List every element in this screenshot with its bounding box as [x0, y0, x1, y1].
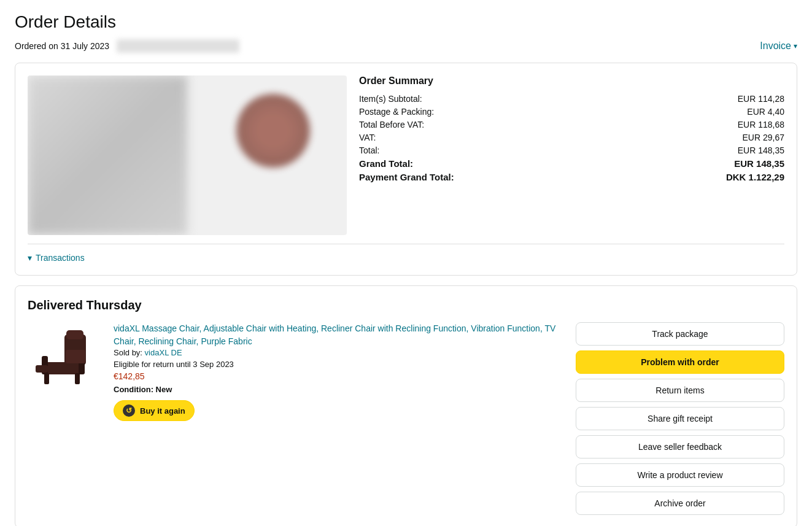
- summary-row: Total Before VAT:EUR 118,68: [359, 120, 784, 130]
- svg-rect-4: [36, 365, 48, 373]
- summary-row: Item(s) Subtotal:EUR 114,28: [359, 94, 784, 104]
- order-meta-left: Ordered on 31 July 2023: [15, 39, 239, 53]
- archive-order-button[interactable]: Archive order: [576, 492, 784, 515]
- buy-again-icon: ↺: [123, 404, 135, 417]
- chevron-down-icon: ▾: [28, 253, 32, 263]
- order-summary-title: Order Summary: [359, 75, 784, 87]
- summary-value: EUR 148,35: [734, 158, 784, 169]
- summary-row: Total:EUR 148,35: [359, 145, 784, 155]
- summary-label: Total Before VAT:: [359, 120, 424, 130]
- share-gift-receipt-button[interactable]: Share gift receipt: [576, 407, 784, 430]
- product-price: €142,85: [114, 371, 563, 381]
- order-summary-content: Order Summary Item(s) Subtotal:EUR 114,2…: [28, 75, 784, 235]
- blurred-product-image-left: [28, 75, 187, 235]
- seller-link[interactable]: vidaXL DE: [145, 348, 182, 357]
- write-product-review-button[interactable]: Write a product review: [576, 463, 784, 487]
- summary-row: VAT:EUR 29,67: [359, 133, 784, 142]
- svg-rect-8: [66, 350, 85, 363]
- summary-value: EUR 148,35: [738, 145, 784, 155]
- product-info: vidaXL Massage Chair, Adjustable Chair w…: [114, 322, 563, 515]
- summary-label: Postage & Packing:: [359, 107, 434, 117]
- summary-value: EUR 114,28: [738, 94, 784, 104]
- summary-rows: Item(s) Subtotal:EUR 114,28Postage & Pac…: [359, 94, 784, 182]
- summary-label: Payment Grand Total:: [359, 172, 454, 182]
- invoice-link[interactable]: Invoice: [760, 41, 797, 52]
- product-condition: Condition: New: [114, 385, 563, 394]
- summary-value: DKK 1.122,29: [726, 172, 784, 182]
- chair-svg: [31, 325, 98, 393]
- summary-label: Grand Total:: [359, 158, 413, 169]
- sold-by: Sold by: vidaXL DE: [114, 348, 563, 357]
- order-id-blurred: [117, 39, 239, 53]
- svg-rect-5: [44, 373, 49, 384]
- svg-rect-6: [75, 373, 80, 384]
- summary-value: EUR 29,67: [743, 133, 784, 142]
- product-title-link[interactable]: vidaXL Massage Chair, Adjustable Chair w…: [114, 323, 555, 346]
- buy-again-button[interactable]: ↺ Buy it again: [114, 400, 195, 421]
- leave-seller-feedback-button[interactable]: Leave seller feedback: [576, 435, 784, 458]
- order-images: [28, 75, 347, 235]
- product-image: [28, 322, 101, 396]
- order-meta-bar: Ordered on 31 July 2023 Invoice: [15, 39, 797, 53]
- blurred-product-image-right: [236, 94, 310, 168]
- ordered-on-text: Ordered on 31 July 2023: [15, 41, 109, 51]
- product-image-container: [28, 322, 101, 515]
- summary-row: Payment Grand Total:DKK 1.122,29: [359, 172, 784, 182]
- buy-again-label: Buy it again: [140, 406, 185, 416]
- transactions-section: ▾ Transactions: [28, 244, 784, 263]
- summary-label: Item(s) Subtotal:: [359, 94, 422, 104]
- summary-label: Total:: [359, 145, 379, 155]
- track-package-button[interactable]: Track package: [576, 322, 784, 346]
- summary-row: Postage & Packing:EUR 4,40: [359, 107, 784, 117]
- action-buttons: Track packageProblem with orderReturn it…: [576, 322, 784, 515]
- summary-value: EUR 4,40: [747, 107, 784, 117]
- svg-rect-7: [66, 330, 83, 339]
- page-title: Order Details: [15, 12, 797, 32]
- delivered-header: Delivered Thursday: [28, 298, 784, 312]
- return-items-button[interactable]: Return items: [576, 379, 784, 402]
- transactions-label: Transactions: [36, 253, 85, 263]
- delivered-card: Delivered Thursday: [15, 285, 797, 526]
- condition-value: New: [156, 385, 172, 394]
- summary-row: Grand Total:EUR 148,35: [359, 158, 784, 169]
- order-summary-details: Order Summary Item(s) Subtotal:EUR 114,2…: [359, 75, 784, 235]
- delivered-content: vidaXL Massage Chair, Adjustable Chair w…: [28, 322, 784, 515]
- problem-with-order-button[interactable]: Problem with order: [576, 350, 784, 374]
- summary-label: VAT:: [359, 133, 376, 142]
- order-summary-card: Order Summary Item(s) Subtotal:EUR 114,2…: [15, 63, 797, 276]
- summary-value: EUR 118,68: [738, 120, 784, 130]
- return-eligible: Eligible for return until 3 Sep 2023: [114, 360, 563, 369]
- transactions-toggle[interactable]: ▾ Transactions: [28, 253, 85, 263]
